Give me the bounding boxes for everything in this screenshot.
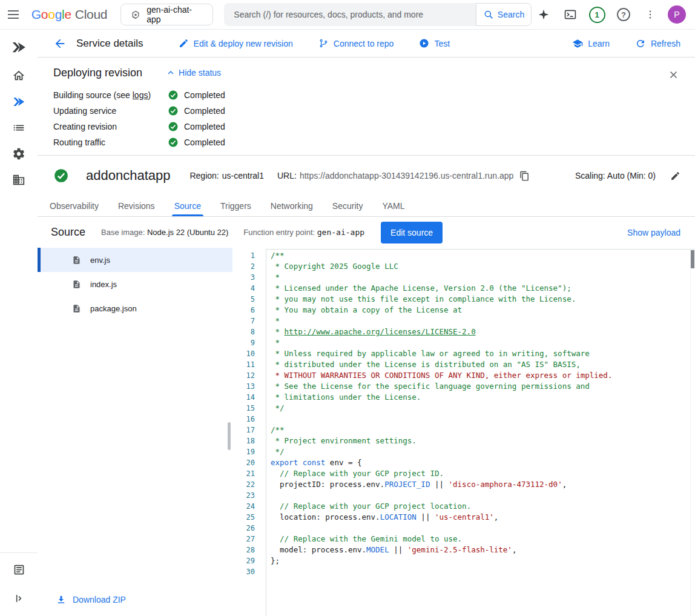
rail-item-domains[interactable]: [7, 171, 31, 189]
main-menu-button[interactable]: [0, 0, 27, 29]
refresh-button[interactable]: Refresh: [635, 38, 680, 49]
google-logo-letters: Google: [31, 7, 71, 22]
rail-item-release-notes[interactable]: [7, 560, 31, 578]
code-line: location: process.env.LOCATION || 'us-ce…: [271, 512, 689, 523]
status-value: Completed: [168, 90, 225, 101]
code-lines: /** * Copyright 2025 Google LLC * * Lice…: [271, 250, 689, 577]
account-button[interactable]: P: [665, 2, 689, 27]
source-toolbar: Source Base image: Node.js 22 (Ubuntu 22…: [38, 217, 695, 248]
source-workspace: env.jsindex.jspackage.json Download ZIP …: [38, 248, 695, 616]
edit-deploy-button[interactable]: Edit & deploy new revision: [179, 38, 293, 48]
more-options-button[interactable]: [638, 2, 662, 27]
code-line: export const env = {: [271, 457, 689, 468]
learn-button[interactable]: Learn: [572, 38, 610, 49]
line-number: 9: [232, 337, 255, 348]
edit-source-button[interactable]: Edit source: [381, 222, 443, 243]
cloud-shell-button[interactable]: [558, 2, 582, 27]
code-line: * Unless required by applicable law or a…: [271, 348, 689, 359]
close-panel-button[interactable]: [665, 66, 682, 83]
code-area[interactable]: /** * Copyright 2025 Google LLC * * Lice…: [266, 249, 695, 616]
file-package.json[interactable]: package.json: [38, 296, 232, 320]
gemini-sparkle-icon: [538, 8, 550, 21]
back-button[interactable]: [53, 37, 67, 50]
rail-item-integrations[interactable]: [7, 145, 31, 163]
rail-item-services[interactable]: [7, 93, 31, 111]
rail-item-home[interactable]: [7, 67, 31, 85]
line-number: 23: [232, 490, 255, 501]
code-line: */: [271, 446, 689, 457]
cloud-run-product-logo: [7, 36, 31, 59]
notification-count-button[interactable]: 1: [585, 2, 609, 27]
domain-icon: [12, 173, 25, 187]
line-number: 12: [232, 370, 255, 381]
code-line: * Project environment settings.: [271, 436, 689, 446]
search-button[interactable]: Search: [476, 3, 532, 26]
code-line: *: [271, 316, 689, 326]
panel-expand-icon: [13, 592, 25, 604]
status-value: Completed: [168, 137, 225, 148]
tab-yaml[interactable]: YAML: [372, 196, 414, 216]
tab-triggers[interactable]: Triggers: [211, 196, 261, 216]
copy-url-button[interactable]: [519, 171, 530, 181]
rail-item-jobs[interactable]: [7, 119, 31, 137]
status-row: Routing trafficCompleted: [53, 134, 680, 150]
status-row: Building source (see logs)Completed: [53, 87, 680, 103]
deploy-panel-title: Deploying revision: [53, 67, 142, 79]
tab-security[interactable]: Security: [323, 196, 373, 216]
code-editor: 1234567891011121314151617181920212223242…: [232, 248, 695, 616]
line-number: 4: [232, 283, 255, 294]
count-badge: 1: [589, 7, 605, 23]
file-icon: [72, 304, 81, 313]
help-button[interactable]: ?: [611, 2, 636, 27]
file-index.js[interactable]: index.js: [38, 272, 232, 296]
line-number: 3: [232, 272, 255, 283]
code-line: * you may not use this file except in co…: [271, 294, 689, 305]
line-number: 26: [232, 523, 255, 534]
left-nav-rail: [0, 30, 38, 616]
scaling-field: Scaling: Auto (Min: 0): [575, 171, 680, 181]
show-payload-link[interactable]: Show payload: [627, 228, 680, 237]
editor-scrollbar-thumb[interactable]: [691, 250, 694, 268]
rail-collapse-button[interactable]: [7, 589, 31, 608]
code-line: * See the License for the specific langu…: [271, 381, 689, 392]
editor-scrollbar[interactable]: [690, 250, 695, 616]
gemini-button[interactable]: [532, 2, 556, 27]
code-line: *: [271, 337, 689, 348]
tab-source[interactable]: Source: [165, 196, 211, 216]
page-title: Service details: [76, 38, 143, 50]
cloud-run-logo-icon: [11, 39, 27, 55]
file-tree-scrollbar[interactable]: [228, 422, 231, 450]
hide-status-button[interactable]: Hide status: [165, 67, 221, 78]
check-circle-icon: [168, 121, 179, 132]
learn-icon: [572, 38, 583, 49]
logs-link[interactable]: logs: [133, 90, 148, 100]
code-line: // Replace with your GCP project ID.: [271, 468, 689, 479]
pencil-icon: [670, 171, 680, 181]
line-number: 8: [232, 326, 255, 337]
status-row: Creating revisionCompleted: [53, 119, 680, 134]
file-name: index.js: [90, 280, 117, 289]
project-selector[interactable]: gen-ai-chat-app: [120, 4, 213, 25]
tab-observability[interactable]: Observability: [40, 196, 108, 216]
line-number: 15: [232, 403, 255, 414]
code-line: * limitations under the License.: [271, 392, 689, 403]
tab-revisions[interactable]: Revisions: [108, 196, 165, 216]
chevron-up-icon: [165, 67, 176, 78]
tab-networking[interactable]: Networking: [261, 196, 323, 216]
tabs: ObservabilityRevisionsSourceTriggersNetw…: [38, 196, 695, 217]
play-icon: [419, 38, 429, 48]
test-button[interactable]: Test: [419, 38, 450, 48]
line-number: 27: [232, 534, 255, 545]
home-icon: [12, 69, 25, 82]
connect-repo-button[interactable]: Connect to repo: [318, 38, 394, 48]
service-url: https://addonchatapp-301439142196.us-cen…: [300, 171, 513, 180]
edit-scaling-button[interactable]: [670, 171, 680, 181]
download-zip-button[interactable]: Download ZIP: [56, 594, 126, 605]
search-input[interactable]: Search (/) for resources, docs, products…: [224, 3, 476, 26]
status-list: Building source (see logs)CompletedUpdat…: [53, 87, 680, 150]
avatar: P: [668, 5, 686, 24]
line-number: 16: [232, 414, 255, 425]
file-env.js[interactable]: env.js: [38, 248, 232, 272]
code-line: */: [271, 403, 689, 414]
pencil-icon: [179, 38, 189, 48]
